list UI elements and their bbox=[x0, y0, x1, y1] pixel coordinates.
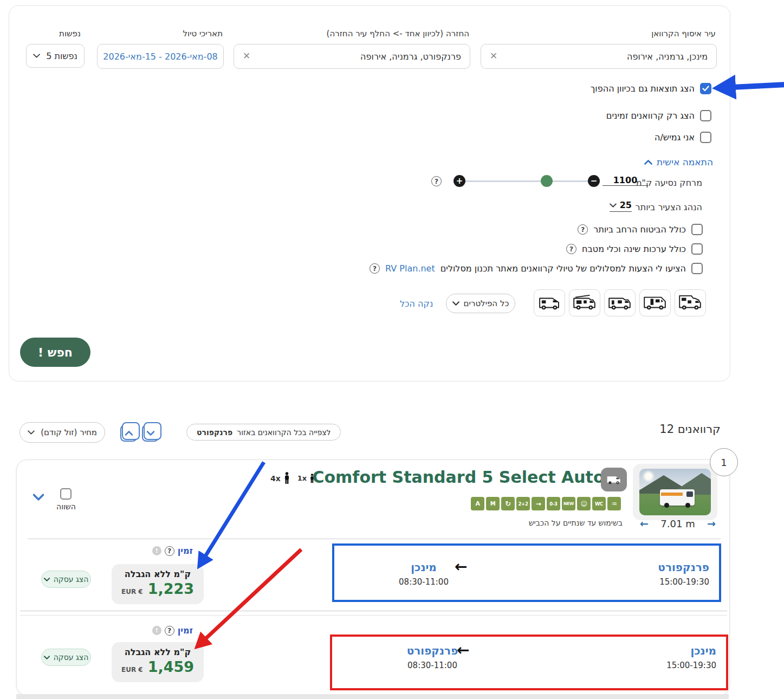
insurance-help-icon[interactable]: ? bbox=[578, 224, 588, 235]
arrow-right-icon[interactable]: → bbox=[707, 517, 716, 529]
offer-2-to-time: 08:30-11:00 bbox=[397, 661, 468, 670]
checkbox-icon[interactable] bbox=[691, 224, 703, 235]
alcove-rv-icon bbox=[678, 294, 703, 312]
checkbox-icon[interactable] bbox=[691, 243, 703, 255]
divider bbox=[20, 615, 727, 616]
kits-help-icon[interactable]: ? bbox=[566, 244, 576, 254]
route-offers-help-icon[interactable]: ? bbox=[370, 263, 380, 274]
offer-1-price-box: ק"מ ללא הגבלה 1,223 EUR € bbox=[112, 564, 204, 604]
van-windshield bbox=[686, 491, 693, 497]
search-panel: עיר איסוף הקרוואן החזרה (לכיוון אחד -> ה… bbox=[9, 5, 730, 381]
integrated-rv-icon bbox=[643, 294, 668, 312]
pickup-city-value: מינכן, גרמניה, אירופה bbox=[627, 51, 708, 62]
chevron-down-icon bbox=[610, 203, 617, 208]
trip-dates-input[interactable]: 08-מאי-2026 - 15-מאי-2026 bbox=[97, 44, 224, 69]
status-info-icon[interactable]: ! bbox=[152, 546, 161, 555]
sort-value: מחיר (זול קודם) bbox=[41, 428, 97, 437]
minus-icon[interactable]: − bbox=[588, 175, 600, 187]
vehicle-type-semi-integrated-button[interactable] bbox=[604, 289, 636, 316]
arrow-left-icon[interactable]: ← bbox=[640, 517, 649, 529]
collapse-all-button[interactable] bbox=[120, 425, 137, 442]
photo-image bbox=[639, 469, 711, 515]
checkbox-icon[interactable] bbox=[700, 110, 711, 121]
offer-2-from-city: מינכן bbox=[690, 644, 716, 657]
divider bbox=[20, 611, 727, 611]
slider-thumb[interactable] bbox=[541, 175, 553, 187]
pickup-city-input[interactable]: מינכן, גרמניה, אירופה ✕ bbox=[481, 44, 717, 69]
return-city-value: פרנקפורט, גרמניה, אירופה bbox=[360, 51, 461, 62]
compare-checkbox[interactable] bbox=[60, 488, 72, 500]
vehicle-type-van-button[interactable] bbox=[534, 289, 565, 316]
offer-1-deal-button[interactable]: הצג עסקה bbox=[41, 571, 91, 588]
offer-1-to-city: מינכן bbox=[394, 561, 453, 574]
chevron-down-icon bbox=[44, 578, 50, 581]
offer-1-route-highlighted[interactable]: פרנקפורט 15:00-19:30 ← מינכן 08:30-11:00 bbox=[332, 543, 721, 602]
persons-label: נפשות bbox=[59, 29, 81, 38]
chevron-down-icon bbox=[44, 656, 50, 659]
option-kits-label: כולל ערכות שינה וכלי מטבח bbox=[582, 244, 686, 254]
option-kits[interactable]: כולל ערכות שינה וכלי מטבח ? bbox=[566, 243, 703, 255]
plus-icon[interactable]: + bbox=[453, 175, 465, 187]
status-help-icon[interactable]: ? bbox=[165, 626, 174, 636]
search-button[interactable]: חפש ! bbox=[20, 338, 90, 367]
vehicle-type-alcove-button[interactable] bbox=[675, 289, 706, 316]
trip-dates-label: תאריכי טיול bbox=[183, 29, 223, 38]
vehicle-photo[interactable] bbox=[633, 464, 717, 520]
driver-age-select[interactable]: 25 bbox=[610, 200, 632, 212]
transfer-icon: → bbox=[532, 497, 545, 510]
pickup-clear-icon[interactable]: ✕ bbox=[490, 51, 497, 61]
offer-2-route-highlighted[interactable]: מינכן 15:00-19:30 ← פרנקפורט 08:30-11:00 bbox=[330, 635, 728, 690]
offer-2-km: ק"מ ללא הגבלה bbox=[119, 647, 196, 657]
checkbox-icon[interactable] bbox=[700, 132, 711, 143]
rv-search-page: עיר איסוף הקרוואן החזרה (לכיוון אחד -> ה… bbox=[0, 0, 784, 699]
offer-2-deal-label: הצג עסקה bbox=[54, 653, 89, 662]
return-clear-icon[interactable]: ✕ bbox=[243, 51, 250, 61]
clear-all-link[interactable]: נקה הכל bbox=[400, 299, 433, 309]
slider-track[interactable] bbox=[462, 180, 591, 182]
rv-plan-link[interactable]: RV Plan.net bbox=[385, 263, 435, 274]
towbar-icon: A bbox=[471, 497, 484, 510]
all-filters-button[interactable]: כל הפילטרים bbox=[446, 294, 515, 313]
vehicle-title[interactable]: Comfort Standard 5 Select Auto bbox=[285, 468, 632, 487]
vehicle-type-pop-top-button[interactable] bbox=[569, 289, 600, 316]
distance-help-icon[interactable]: ? bbox=[431, 176, 442, 186]
persons-value: 5 נפשות bbox=[46, 51, 77, 61]
divider bbox=[28, 539, 721, 539]
chevron-down-icon bbox=[28, 430, 35, 435]
status-help-icon[interactable]: ? bbox=[165, 546, 174, 556]
persons-select[interactable]: 5 נפשות bbox=[26, 44, 85, 68]
checkbox-checked-icon[interactable] bbox=[700, 83, 711, 94]
option-flexible[interactable]: אני גמיש/ה bbox=[655, 132, 711, 143]
offer-1-deal-label: הצג עסקה bbox=[54, 575, 89, 584]
option-insurance[interactable]: כולל הביטוח הרחב ביותר ? bbox=[578, 224, 703, 235]
checkbox-icon[interactable] bbox=[691, 263, 703, 274]
age-0-3-icon: 0-3 bbox=[547, 497, 560, 510]
view-all-area-button[interactable]: לצפייה בכל הקרוואנים באזור פרנקפורט bbox=[186, 424, 341, 441]
offer-2-from-time: 15:00-19:30 bbox=[666, 661, 716, 670]
shower-icon: ♒ bbox=[607, 497, 621, 510]
expand-card-chevron-icon[interactable] bbox=[33, 494, 44, 501]
personalization-title: התאמה אישית bbox=[657, 157, 713, 167]
status-info-icon[interactable]: ! bbox=[152, 626, 161, 635]
offer-2-status-label: זמין bbox=[178, 625, 193, 636]
offer-2-currency: EUR € bbox=[121, 666, 143, 674]
option-route-offers-label: הציעו לי הצעות למסלולים של טיולי קרוואני… bbox=[440, 263, 686, 274]
option-available-only[interactable]: הצג רק קרוואנים זמינים bbox=[606, 110, 711, 121]
van-stripe bbox=[661, 493, 683, 496]
sort-select[interactable]: מחיר (זול קודם) bbox=[20, 422, 105, 443]
distance-value[interactable]: 1100 bbox=[602, 175, 648, 186]
expand-all-button[interactable] bbox=[142, 425, 159, 442]
distance-slider[interactable]: + − bbox=[453, 175, 600, 188]
usage-note: בשימוש עד שנתיים על הכביש bbox=[529, 519, 623, 527]
pickup-city-label: עיר איסוף הקרוואן bbox=[651, 29, 716, 38]
vehicle-type-integrated-button[interactable] bbox=[639, 289, 671, 316]
option-route-offers[interactable]: הציעו לי הצעות למסלולים של טיולי קרוואני… bbox=[370, 263, 703, 274]
offer-2-deal-button[interactable]: הצג עסקה bbox=[41, 649, 91, 666]
option-reverse-results[interactable]: הצג תוצאות גם בכיוון ההפוך bbox=[591, 83, 711, 94]
offer-1-status-label: זמין bbox=[178, 546, 193, 556]
pop-top-camper-icon bbox=[572, 294, 597, 312]
personalization-toggle[interactable]: התאמה אישית bbox=[644, 157, 713, 167]
amenities-row: ♒ WC ☺ NEW 0-3 → 2+2 ↻ M A bbox=[471, 497, 621, 510]
return-city-input[interactable]: פרנקפורט, גרמניה, אירופה ✕ bbox=[234, 44, 470, 69]
option-reverse-results-label: הצג תוצאות גם בכיוון ההפוך bbox=[591, 83, 695, 94]
